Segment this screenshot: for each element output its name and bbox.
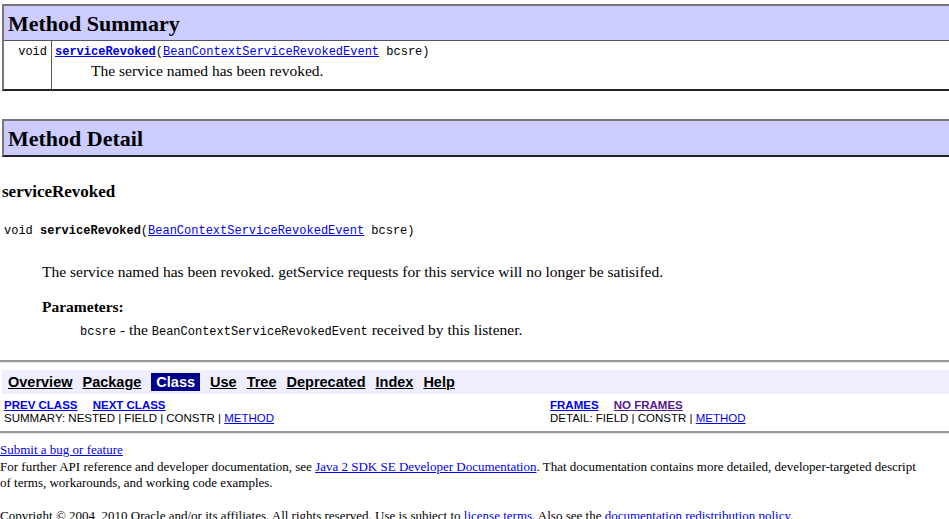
java-sdk-doc-link[interactable]: Java 2 SDK SE Developer Documentation bbox=[315, 459, 536, 474]
page-footer: Submit a bug or feature For further API … bbox=[0, 442, 949, 519]
license-terms-link[interactable]: license terms bbox=[464, 508, 532, 519]
paren-open: ( bbox=[156, 45, 163, 59]
next-class-link[interactable]: NEXT CLASS bbox=[93, 399, 166, 411]
method-detail-header: Method Detail bbox=[4, 121, 949, 155]
frames-line: FRAMES NO FRAMES bbox=[550, 399, 949, 412]
prev-class-link[interactable]: PREV CLASS bbox=[4, 399, 78, 411]
method-detail-table: Method Detail bbox=[2, 119, 949, 157]
navbar-main-row: Overview Package Class Use Tree Deprecat… bbox=[2, 370, 949, 394]
sig-return-type: void bbox=[4, 224, 40, 238]
method-summary-header: Method Summary bbox=[4, 6, 949, 40]
sig-paren-open: ( bbox=[141, 224, 148, 238]
bottom-navbar: Overview Package Class Use Tree Deprecat… bbox=[0, 370, 949, 427]
copyright-text: Copyright © 2004, 2010 Oracle and/or its… bbox=[0, 508, 464, 519]
nav-item-tree[interactable]: Tree bbox=[247, 374, 277, 390]
method-signature: void serviceRevoked(BeanContextServiceRe… bbox=[4, 224, 949, 238]
navbar-right-column: FRAMES NO FRAMES DETAIL: FIELD | CONSTR … bbox=[550, 399, 949, 425]
nav-item-package[interactable]: Package bbox=[83, 374, 142, 390]
nav-item-use[interactable]: Use bbox=[210, 374, 237, 390]
summary-description: The service named has been revoked. bbox=[91, 62, 949, 80]
navbar-left-column: PREV CLASS NEXT CLASS SUMMARY: NESTED | … bbox=[4, 399, 550, 425]
parameters-label: Parameters: bbox=[42, 298, 949, 316]
signature-type-link[interactable]: BeanContextServiceRevokedEvent bbox=[148, 224, 364, 238]
detail-method-link[interactable]: METHOD bbox=[696, 412, 746, 424]
doc-text-after: . That documentation contains more detai… bbox=[536, 459, 915, 474]
method-summary-row: void serviceRevoked(BeanContextServiceRe… bbox=[4, 40, 949, 89]
redistribution-policy-link[interactable]: documentation redistribution policy bbox=[605, 508, 790, 519]
prev-next-line: PREV CLASS NEXT CLASS bbox=[4, 399, 550, 412]
param-type-name: BeanContextServiceRevokedEvent bbox=[152, 325, 368, 339]
frames-link[interactable]: FRAMES bbox=[550, 399, 599, 411]
divider-top bbox=[0, 360, 949, 363]
nav-item-help[interactable]: Help bbox=[423, 374, 454, 390]
copyright-end-text: . bbox=[790, 508, 793, 519]
sig-method-name: serviceRevoked bbox=[40, 224, 141, 238]
no-frames-link[interactable]: NO FRAMES bbox=[614, 399, 683, 411]
method-detail-title: Method Detail bbox=[8, 126, 143, 151]
method-heading: serviceRevoked bbox=[2, 182, 949, 202]
submit-bug-line: Submit a bug or feature bbox=[0, 442, 949, 458]
method-summary-cell: serviceRevoked(BeanContextServiceRevoked… bbox=[52, 41, 949, 89]
param-rest: bcsre) bbox=[379, 45, 429, 59]
method-summary-title: Method Summary bbox=[8, 11, 180, 36]
summary-signature: serviceRevoked(BeanContextServiceRevoked… bbox=[55, 45, 949, 59]
nav-item-class-active: Class bbox=[151, 373, 200, 391]
detail-links-line: DETAIL: FIELD | CONSTR | METHOD bbox=[550, 412, 949, 425]
param-rest-text: received by this listener. bbox=[368, 321, 523, 338]
bean-context-event-link[interactable]: BeanContextServiceRevokedEvent bbox=[163, 45, 379, 59]
copyright-line: Copyright © 2004, 2010 Oracle and/or its… bbox=[0, 508, 949, 519]
return-type-cell: void bbox=[4, 41, 52, 89]
detail-links-text: DETAIL: FIELD | CONSTR | bbox=[550, 412, 696, 424]
doc-paragraph-line1: For further API reference and developer … bbox=[0, 459, 949, 475]
method-summary-table: Method Summary void serviceRevoked(BeanC… bbox=[2, 4, 949, 91]
sig-param-rest: bcsre) bbox=[364, 224, 414, 238]
nav-item-overview[interactable]: Overview bbox=[8, 374, 73, 390]
param-name: bcsre bbox=[80, 325, 116, 339]
divider-bottom bbox=[0, 431, 949, 434]
method-description: The service named has been revoked. getS… bbox=[42, 263, 949, 281]
doc-text-before: For further API reference and developer … bbox=[0, 459, 315, 474]
submit-bug-link[interactable]: Submit a bug or feature bbox=[0, 442, 123, 457]
return-type: void bbox=[18, 45, 47, 59]
copyright-middle-text: . Also see the bbox=[532, 508, 605, 519]
summary-links-line: SUMMARY: NESTED | FIELD | CONSTR | METHO… bbox=[4, 412, 550, 425]
navbar-sub-row: PREV CLASS NEXT CLASS SUMMARY: NESTED | … bbox=[0, 394, 949, 427]
parameter-line: bcsre - the BeanContextServiceRevokedEve… bbox=[80, 321, 949, 339]
nav-item-deprecated[interactable]: Deprecated bbox=[287, 374, 366, 390]
param-dash-text: - the bbox=[116, 321, 152, 338]
summary-method-link[interactable]: METHOD bbox=[224, 412, 274, 424]
nav-item-index[interactable]: Index bbox=[376, 374, 414, 390]
service-revoked-link[interactable]: serviceRevoked bbox=[55, 45, 156, 59]
summary-links-text: SUMMARY: NESTED | FIELD | CONSTR | bbox=[4, 412, 224, 424]
javadoc-page: Method Summary void serviceRevoked(BeanC… bbox=[0, 4, 949, 519]
doc-paragraph-line2: of terms, workarounds, and working code … bbox=[0, 475, 949, 491]
